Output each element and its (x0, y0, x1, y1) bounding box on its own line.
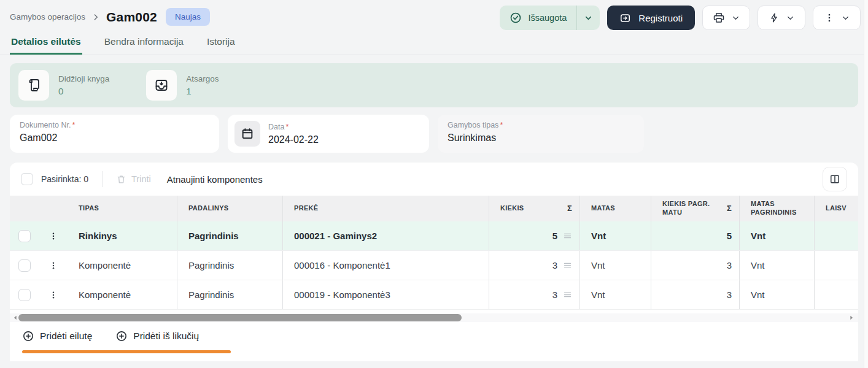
cell-kiekis: 3 (489, 280, 579, 309)
row-checkbox[interactable] (18, 259, 31, 272)
vertical-scrollbar[interactable] (864, 0, 868, 368)
add-from-stock-button[interactable]: Pridėti iš likučių (115, 330, 199, 342)
saved-button[interactable]: Išsaugota (500, 12, 576, 24)
cell-kiekis-pagrindinis: 5 (651, 221, 739, 250)
row-checkbox-cell (10, 221, 39, 250)
stat-label: Didžioji knyga (58, 74, 109, 83)
row-menu-button[interactable] (39, 221, 68, 250)
cell-kiekis-pagrindinis: 3 (651, 280, 739, 309)
tab-general-info[interactable]: Bendra informacija (103, 32, 185, 55)
register-box-arrow-icon (619, 12, 631, 24)
scrollbar-thumb[interactable] (18, 314, 462, 321)
print-dropdown-button[interactable] (702, 6, 750, 30)
page-title: Gam002 (106, 10, 157, 25)
kebab-icon (824, 12, 835, 23)
quantity-menu-icon[interactable] (563, 231, 572, 240)
field-label: Dokumento Nr.* (20, 121, 209, 129)
table-row: Komponentė Pagrindinis 000019 - Komponen… (10, 280, 858, 310)
table-toolbar: Pasirinkta: 0 Trinti Atnaujinti komponen… (10, 163, 858, 196)
stat-inventory: Atsargos 1 (146, 70, 219, 101)
cell-matas: Vnt (579, 221, 651, 250)
cell-preke: 000021 - Gaminys2 (282, 221, 489, 250)
header-laisv: LAISV (814, 196, 858, 221)
column-settings-button[interactable] (823, 167, 847, 191)
chevron-right-icon (91, 13, 100, 21)
header-kiekis-pagrindinis: KIEKIS PAGR. MATU Σ (651, 196, 739, 221)
table-row: Rinkinys Pagrindinis 000021 - Gaminys2 5… (10, 221, 858, 251)
saved-dropdown-button[interactable] (576, 6, 600, 30)
field-label: Data* (268, 123, 319, 131)
row-menu-button[interactable] (39, 280, 68, 309)
field-label: Gamybos tipas* (448, 121, 634, 129)
quantity-menu-icon[interactable] (563, 261, 572, 270)
toolbar-divider (102, 171, 103, 187)
plus-circle-icon (22, 330, 34, 342)
table-footer-actions: Pridėti eilutę Pridėti iš likučių (22, 330, 858, 342)
status-badge: Naujas (166, 8, 210, 26)
cell-tipas: Komponentė (68, 251, 177, 280)
cell-tipas: Komponentė (68, 280, 177, 309)
summary-panel: Didžioji knyga 0 Atsargos 1 (10, 63, 858, 107)
header-matas: MATAS (579, 196, 651, 221)
tab-history[interactable]: Istorija (206, 32, 236, 55)
stat-general-ledger: Didžioji knyga 0 (18, 70, 109, 101)
check-circle-icon (510, 12, 522, 24)
stat-label: Atsargos (186, 74, 219, 83)
delete-button[interactable]: Trinti (116, 174, 151, 185)
table-header-row: TIPAS PADALINYS PREKĖ KIEKIS Σ MATAS KIE… (10, 196, 858, 221)
plus-circle-icon (115, 330, 128, 342)
printer-icon (713, 12, 725, 24)
header-preke: PREKĖ (282, 196, 489, 221)
date-field[interactable]: Data* 2024-02-22 (228, 115, 429, 153)
scroll-left-icon[interactable] (12, 315, 18, 321)
cell-matas-pagrindinis: Vnt (739, 251, 814, 280)
cell-kiekis: 3 (489, 251, 579, 280)
calendar-icon (234, 121, 260, 147)
columns-icon (829, 173, 841, 185)
cell-matas: Vnt (579, 251, 651, 280)
tab-bar: Detalios eilutės Bendra informacija Isto… (0, 32, 868, 55)
stat-value: 0 (58, 86, 109, 96)
header-actions: Išsaugota Registruoti (500, 6, 861, 30)
header-tipas: TIPAS (68, 196, 177, 221)
cell-preke: 000019 - Komponentė3 (282, 280, 489, 309)
breadcrumb: Gamybos operacijos Gam002 Naujas (10, 8, 210, 26)
row-checkbox[interactable] (18, 289, 31, 301)
cell-padalinys: Pagrindinis (177, 251, 282, 280)
sigma-symbol: Σ (567, 204, 572, 213)
lightning-icon (769, 12, 780, 23)
horizontal-scrollbar[interactable] (10, 313, 858, 322)
automation-dropdown-button[interactable] (758, 6, 805, 30)
ledger-scroll-icon (18, 70, 49, 101)
add-from-stock-label: Pridėti iš likučių (133, 331, 199, 342)
cell-laisv (814, 221, 858, 250)
add-row-button[interactable]: Pridėti eilutę (22, 330, 92, 342)
selected-count-label: Pasirinkta: 0 (41, 174, 88, 184)
field-value: 2024-02-22 (268, 134, 319, 145)
select-all-checkbox[interactable] (21, 173, 33, 185)
chevron-down-icon (786, 13, 795, 23)
header-checkbox-cell (10, 196, 39, 221)
more-dropdown-button[interactable] (813, 6, 861, 30)
scroll-right-icon[interactable] (848, 315, 854, 321)
refresh-components-button[interactable]: Atnaujinti komponentes (167, 174, 263, 185)
stat-value: 1 (186, 86, 219, 96)
kebab-icon (48, 290, 58, 300)
document-number-field[interactable]: Dokumento Nr.* Gam002 (10, 115, 219, 153)
cell-padalinys: Pagrindinis (177, 221, 282, 250)
quantity-menu-icon[interactable] (563, 290, 572, 299)
breadcrumb-parent-link[interactable]: Gamybos operacijos (10, 12, 85, 21)
header-matas-pagrindinis: MATAS PAGRINDINIS (739, 196, 814, 221)
chevron-down-icon (841, 13, 850, 23)
register-button[interactable]: Registruoti (607, 6, 695, 30)
row-checkbox[interactable] (18, 230, 31, 242)
inventory-inbox-icon (146, 70, 177, 101)
footer-accent-bar (22, 350, 231, 353)
production-type-field[interactable]: Gamybos tipas* Surinkimas (438, 115, 644, 153)
row-menu-button[interactable] (39, 251, 68, 280)
cell-matas-pagrindinis: Vnt (739, 221, 814, 250)
chevron-down-icon (584, 13, 593, 23)
row-checkbox-cell (10, 280, 39, 309)
tab-detail-lines[interactable]: Detalios eilutės (10, 32, 82, 55)
row-checkbox-cell (10, 251, 39, 280)
